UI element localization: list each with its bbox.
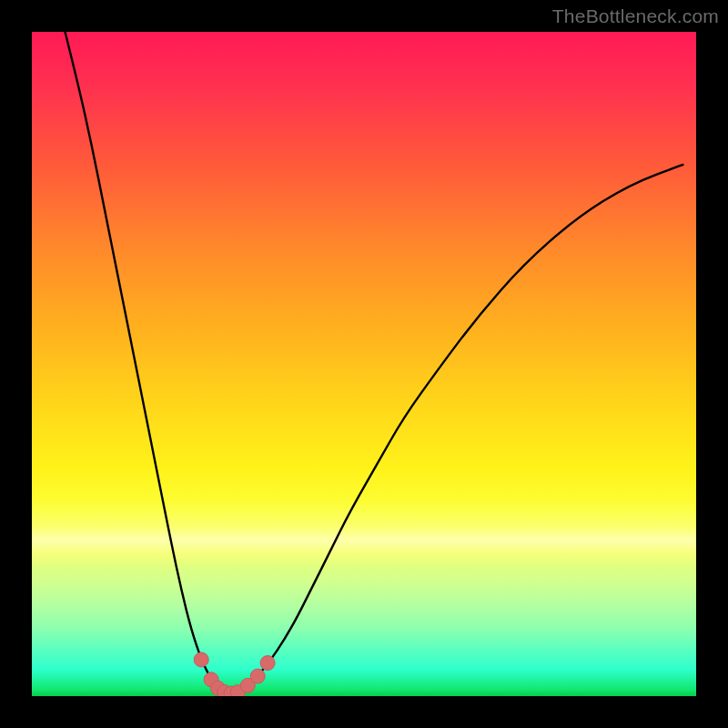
curve-dot: [194, 652, 208, 667]
chart-frame: TheBottleneck.com: [0, 0, 728, 728]
curve-markers: [194, 652, 275, 696]
plot-area: [32, 32, 696, 696]
watermark-text: TheBottleneck.com: [552, 5, 719, 27]
bottleneck-curve: [66, 32, 683, 693]
curve-dot: [250, 669, 265, 683]
curve-dot: [260, 656, 275, 671]
curve-layer: [32, 32, 696, 696]
